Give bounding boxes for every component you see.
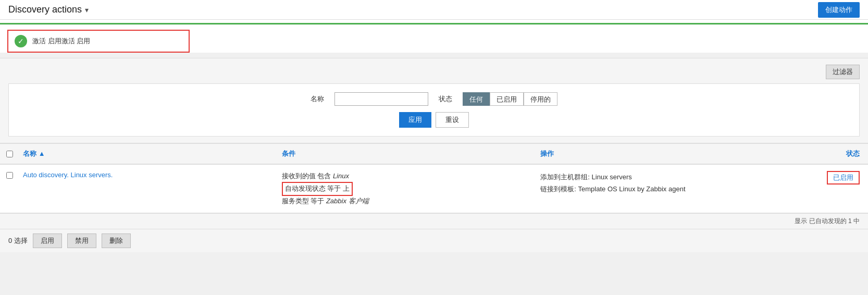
page-title: Discovery actions ▾ bbox=[8, 4, 89, 15]
reset-button[interactable]: 重设 bbox=[436, 112, 469, 128]
check-icon: ✓ bbox=[15, 35, 27, 47]
condition-1: 接收到的值 包含 Linux bbox=[282, 171, 532, 182]
operation-1: 添加到主机群组: Linux servers bbox=[540, 171, 791, 183]
delete-selected-button[interactable]: 删除 bbox=[102, 233, 131, 248]
table-footer-info: 显示 已自动发现的 1 中 bbox=[0, 213, 868, 229]
name-label: 名称 bbox=[311, 94, 324, 104]
row-conditions: 接收到的值 包含 Linux 自动发现状态 等于 上 服务类型 等于 Zabbi… bbox=[278, 169, 537, 208]
filter-row-name: 名称 状态 任何 已启用 停用的 bbox=[17, 92, 851, 106]
status-filter-group: 任何 已启用 停用的 bbox=[463, 92, 557, 106]
row-operations: 添加到主机群组: Linux servers 链接到模板: Template O… bbox=[536, 169, 795, 198]
notification-bar: ✓ 激活 启用激活 启用 bbox=[7, 30, 190, 53]
condition-2: 自动发现状态 等于 上 bbox=[282, 182, 532, 196]
enable-selected-button[interactable]: 启用 bbox=[33, 233, 62, 248]
filter-toggle-row: 过滤器 bbox=[8, 65, 860, 79]
highlighted-condition: 自动发现状态 等于 上 bbox=[282, 182, 353, 196]
selected-count: 0 选择 bbox=[8, 236, 28, 245]
header-name[interactable]: 名称 ▲ bbox=[19, 147, 278, 161]
row-status: 已启用 bbox=[795, 169, 868, 187]
filter-actions: 应用 重设 bbox=[17, 112, 851, 128]
table-header: 名称 ▲ 条件 操作 状态 bbox=[0, 143, 868, 165]
header-conditions: 条件 bbox=[278, 147, 537, 161]
table-row: Auto discovery. Linux servers. 接收到的值 包含 … bbox=[0, 165, 868, 213]
disable-selected-button[interactable]: 禁用 bbox=[67, 233, 96, 248]
operation-2: 链接到模板: Template OS Linux by Zabbix agent bbox=[540, 183, 791, 195]
bottom-bar: 0 选择 启用 禁用 删除 bbox=[0, 229, 868, 252]
apply-button[interactable]: 应用 bbox=[399, 112, 431, 128]
filter-section: 过滤器 名称 状态 任何 已启用 停用的 应用 重设 bbox=[0, 58, 868, 143]
row-checkbox[interactable] bbox=[6, 172, 13, 179]
row-name: Auto discovery. Linux servers. bbox=[19, 169, 278, 181]
notification-text: 激活 启用激活 启用 bbox=[32, 36, 90, 46]
status-any-button[interactable]: 任何 bbox=[463, 92, 490, 106]
header-checkbox-cell bbox=[0, 147, 19, 161]
status-label: 状态 bbox=[439, 94, 452, 104]
progress-line bbox=[0, 23, 868, 24]
name-input[interactable] bbox=[334, 92, 428, 106]
action-name-link[interactable]: Auto discovery. Linux servers. bbox=[23, 171, 113, 179]
status-enabled-badge[interactable]: 已启用 bbox=[827, 171, 860, 185]
table-container: 名称 ▲ 条件 操作 状态 Auto discovery. Linux serv… bbox=[0, 143, 868, 229]
chevron-down-icon[interactable]: ▾ bbox=[85, 6, 89, 14]
title-text: Discovery actions bbox=[8, 4, 82, 15]
header-operations: 操作 bbox=[536, 147, 795, 161]
condition-3: 服务类型 等于 Zabbix 客户端 bbox=[282, 196, 532, 207]
row-checkbox-cell bbox=[0, 169, 19, 181]
create-action-button[interactable]: 创建动作 bbox=[818, 2, 860, 18]
filter-toggle-button[interactable]: 过滤器 bbox=[826, 65, 860, 79]
status-disabled-button[interactable]: 停用的 bbox=[524, 92, 557, 106]
sort-icon: ▲ bbox=[39, 150, 45, 157]
page-header: Discovery actions ▾ 创建动作 bbox=[0, 0, 868, 20]
header-status: 状态 bbox=[795, 147, 868, 161]
select-all-checkbox[interactable] bbox=[6, 151, 13, 157]
status-enabled-button[interactable]: 已启用 bbox=[490, 92, 524, 106]
filter-form: 名称 状态 任何 已启用 停用的 应用 重设 bbox=[8, 83, 860, 137]
